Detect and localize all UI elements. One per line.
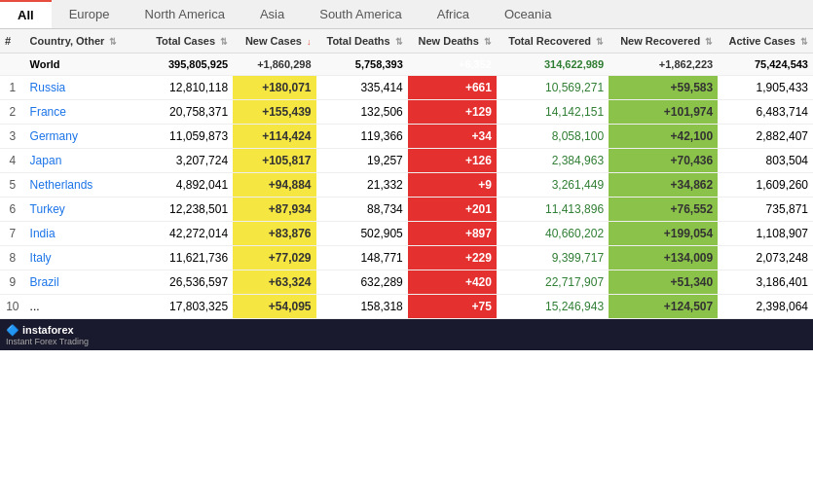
row-new-cases: +87,934 <box>233 198 315 222</box>
country-link[interactable]: Japan <box>30 154 62 167</box>
row-new-cases: +105,817 <box>233 149 315 173</box>
table-row: 7 India 42,272,014 +83,876 502,905 +897 … <box>0 222 813 246</box>
row-new-recovered: +34,862 <box>609 173 718 198</box>
row-active-cases: 1,108,907 <box>718 222 813 246</box>
world-country: World <box>25 54 139 76</box>
row-total-recovered: 11,413,896 <box>497 198 609 222</box>
table-row: 2 France 20,758,371 +155,439 132,506 +12… <box>0 100 813 125</box>
row-total-deaths: 632,289 <box>316 270 408 295</box>
row-total-deaths: 88,734 <box>316 198 408 222</box>
world-new-cases: +1,860,298 <box>233 54 315 76</box>
row-new-deaths: +201 <box>408 198 497 222</box>
row-total-recovered: 3,261,449 <box>497 173 609 198</box>
header-total-deaths[interactable]: Total Deaths ⇅ <box>316 29 408 54</box>
row-active-cases: 2,073,248 <box>718 246 813 270</box>
row-active-cases: 735,871 <box>718 198 813 222</box>
row-new-recovered: +199,054 <box>609 222 718 246</box>
header-country[interactable]: Country, Other ⇅ <box>25 29 139 54</box>
row-country[interactable]: Turkey <box>25 198 139 222</box>
row-total-recovered: 9,399,717 <box>497 246 609 270</box>
table-header-row: # Country, Other ⇅ Total Cases ⇅ New Cas… <box>0 29 813 54</box>
table-row: 9 Brazil 26,536,597 +63,324 632,289 +420… <box>0 270 813 295</box>
row-new-cases: +63,324 <box>233 270 315 295</box>
row-total-recovered: 15,246,943 <box>497 295 609 319</box>
row-total-recovered: 14,142,151 <box>497 100 609 125</box>
row-num: 2 <box>0 100 25 125</box>
row-num: 4 <box>0 149 25 173</box>
row-country[interactable]: Russia <box>25 76 139 100</box>
row-country[interactable]: India <box>25 222 139 246</box>
row-num: 8 <box>0 246 25 270</box>
row-active-cases: 2,882,407 <box>718 125 813 149</box>
country-link[interactable]: Turkey <box>30 202 65 216</box>
row-total-deaths: 335,414 <box>316 76 408 100</box>
row-new-cases: +54,095 <box>233 295 315 319</box>
row-country[interactable]: Japan <box>25 149 139 173</box>
row-active-cases: 1,905,433 <box>718 76 813 100</box>
row-num: 9 <box>0 270 25 295</box>
tab-bar: All Europe North America Asia South Amer… <box>0 0 813 29</box>
row-new-deaths: +420 <box>408 270 497 295</box>
header-new-recovered[interactable]: New Recovered ⇅ <box>609 29 718 54</box>
tab-europe[interactable]: Europe <box>52 0 128 28</box>
header-active-cases[interactable]: Active Cases ⇅ <box>718 29 813 54</box>
country-link[interactable]: France <box>30 105 66 119</box>
row-num: 7 <box>0 222 25 246</box>
row-new-recovered: +51,340 <box>609 270 718 295</box>
row-num: 5 <box>0 173 25 198</box>
row-new-recovered: +134,009 <box>609 246 718 270</box>
row-new-cases: +83,876 <box>233 222 315 246</box>
header-new-deaths[interactable]: New Deaths ⇅ <box>408 29 497 54</box>
row-total-deaths: 158,318 <box>316 295 408 319</box>
row-new-cases: +180,071 <box>233 76 315 100</box>
header-total-recovered[interactable]: Total Recovered ⇅ <box>497 29 609 54</box>
country-link[interactable]: Germany <box>30 129 78 143</box>
world-new-recovered: +1,862,223 <box>609 54 718 76</box>
world-total-deaths: 5,758,393 <box>316 54 408 76</box>
country-link[interactable]: Russia <box>30 81 66 94</box>
logo-tagline: Instant Forex Trading <box>6 337 89 346</box>
row-total-cases: 11,621,736 <box>139 246 233 270</box>
country-link[interactable]: Brazil <box>30 275 59 289</box>
header-new-cases[interactable]: New Cases ↓ <box>233 29 315 54</box>
header-total-cases[interactable]: Total Cases ⇅ <box>139 29 233 54</box>
row-new-deaths: +897 <box>408 222 497 246</box>
tab-all[interactable]: All <box>0 0 52 28</box>
table-row: 1 Russia 12,810,118 +180,071 335,414 +66… <box>0 76 813 100</box>
table-row: 8 Italy 11,621,736 +77,029 148,771 +229 … <box>0 246 813 270</box>
row-new-deaths: +661 <box>408 76 497 100</box>
country-link[interactable]: Netherlands <box>30 178 93 192</box>
row-total-deaths: 502,905 <box>316 222 408 246</box>
table-row: 5 Netherlands 4,892,041 +94,884 21,332 +… <box>0 173 813 198</box>
table-row: 4 Japan 3,207,724 +105,817 19,257 +126 2… <box>0 149 813 173</box>
tab-south-america[interactable]: South America <box>302 0 420 28</box>
row-total-deaths: 19,257 <box>316 149 408 173</box>
row-country[interactable]: France <box>25 100 139 125</box>
row-total-deaths: 21,332 <box>316 173 408 198</box>
table-row: 6 Turkey 12,238,501 +87,934 88,734 +201 … <box>0 198 813 222</box>
tab-asia[interactable]: Asia <box>242 0 302 28</box>
row-total-cases: 17,803,325 <box>139 295 233 319</box>
row-country[interactable]: Italy <box>25 246 139 270</box>
row-total-cases: 11,059,873 <box>139 125 233 149</box>
row-country[interactable]: Netherlands <box>25 173 139 198</box>
world-num <box>0 54 25 76</box>
world-row: World 395,805,925 +1,860,298 5,758,393 +… <box>0 54 813 76</box>
row-total-cases: 42,272,014 <box>139 222 233 246</box>
row-new-recovered: +76,552 <box>609 198 718 222</box>
row-country[interactable]: Brazil <box>25 270 139 295</box>
world-total-cases: 395,805,925 <box>139 54 233 76</box>
tab-north-america[interactable]: North America <box>128 0 242 28</box>
row-new-recovered: +124,507 <box>609 295 718 319</box>
tab-oceania[interactable]: Oceania <box>487 0 569 28</box>
row-country: ... <box>25 295 139 319</box>
row-total-recovered: 10,569,271 <box>497 76 609 100</box>
row-num: 6 <box>0 198 25 222</box>
country-link[interactable]: India <box>30 227 55 240</box>
logo: 🔷 instaforex Instant Forex Trading <box>6 324 89 346</box>
country-link[interactable]: Italy <box>30 251 52 265</box>
row-new-recovered: +101,974 <box>609 100 718 125</box>
row-country[interactable]: Germany <box>25 125 139 149</box>
tab-africa[interactable]: Africa <box>420 0 487 28</box>
row-new-cases: +155,439 <box>233 100 315 125</box>
